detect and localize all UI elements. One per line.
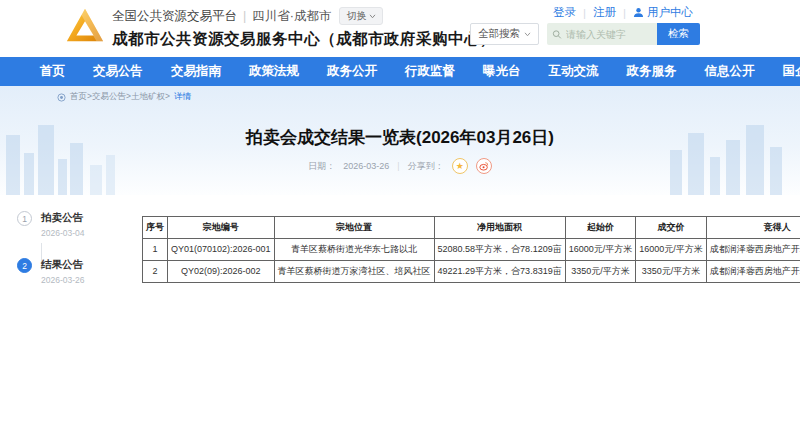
cell-index: 1 (143, 239, 168, 261)
nav-item-gov-open[interactable]: 政务公开 (313, 57, 391, 86)
breadcrumb: 首页>交易公告>土地矿权> 详情 (57, 91, 191, 103)
timeline-step-result-notice[interactable]: 2 结果公告 2026-03-26 (17, 258, 127, 285)
search-icon (552, 29, 562, 40)
table-row: 1 QY01(070102):2026-001 青羊区蔡桥街道光华东七路以北 5… (143, 239, 800, 261)
timeline-step-number[interactable]: 1 (17, 211, 32, 226)
timeline-step-date: 2026-03-26 (41, 275, 127, 285)
nav-item-info-open[interactable]: 信息公开 (691, 57, 769, 86)
user-center-link[interactable]: 用户中心 (633, 5, 693, 20)
search-input-wrap (547, 23, 657, 45)
search-input[interactable] (566, 29, 652, 40)
cell-parcel-number: QY02(09):2026-002 (168, 261, 275, 283)
col-header-net-area: 净用地面积 (434, 217, 565, 239)
timeline-step-label[interactable]: 拍卖公告 (41, 211, 127, 225)
article-meta: 日期： 2026-03-26 | 分享到： ★ (0, 158, 800, 174)
region-switch-button[interactable]: 切换 (339, 7, 383, 25)
search-scope-label: 全部搜索 (478, 27, 520, 41)
account-links: 登录 | 注册 | 用户中心 (553, 5, 693, 20)
page-title: 拍卖会成交结果一览表(2026年03月26日) (0, 126, 800, 149)
nav-item-soe-recruit[interactable]: 国企招聘 (769, 57, 800, 86)
account-divider: | (623, 7, 626, 19)
location-icon (57, 93, 66, 102)
register-link[interactable]: 注册 (593, 5, 616, 20)
nav-item-gov-service[interactable]: 政务服务 (613, 57, 691, 86)
cell-winner: 成都润泽蓉西房地产开发有限公司 (706, 261, 800, 283)
platform-title: 全国公共资源交易平台 (112, 8, 237, 25)
cell-net-area: 49221.29平方米，合73.8319亩 (434, 261, 565, 283)
cell-index: 2 (143, 261, 168, 283)
search-scope-select[interactable]: 全部搜索 (470, 23, 539, 45)
col-header-parcel-location: 宗地位置 (274, 217, 434, 239)
timeline-step-date: 2026-03-04 (41, 228, 127, 238)
main-nav: 首页 交易公告 交易指南 政策法规 政务公开 行政监督 曝光台 互动交流 政务服… (0, 57, 800, 86)
weibo-glyph-icon (479, 161, 489, 171)
cell-deal-price: 16000元/平方米 (636, 239, 707, 261)
col-header-parcel-number: 宗地编号 (168, 217, 275, 239)
table-row: 2 QY02(09):2026-002 青羊区蔡桥街道万家湾社区、培风社区 49… (143, 261, 800, 283)
chevron-down-icon (524, 32, 531, 37)
user-center-label: 用户中心 (647, 5, 693, 20)
main-content: 1 拍卖公告 2026-03-04 2 结果公告 2026-03-26 序号 宗… (0, 195, 800, 438)
brand-divider: | (243, 9, 246, 23)
cell-parcel-location: 青羊区蔡桥街道万家湾社区、培风社区 (274, 261, 434, 283)
header: 全国公共资源交易平台 | 四川省·成都市 切换 成都市公共资源交易服务中心（成都… (0, 0, 800, 57)
meta-divider: | (397, 161, 399, 171)
nav-item-interaction[interactable]: 互动交流 (535, 57, 613, 86)
share-weibo-icon[interactable] (476, 158, 492, 174)
col-header-deal-price: 成交价 (636, 217, 707, 239)
banner: 首页>交易公告>土地矿权> 详情 拍卖会成交结果一览表(2026年03月26日)… (0, 86, 800, 195)
region-label: 四川省·成都市 (252, 8, 331, 25)
page: 全国公共资源交易平台 | 四川省·成都市 切换 成都市公共资源交易服务中心（成都… (0, 0, 800, 438)
login-link[interactable]: 登录 (553, 5, 576, 20)
site-logo-icon (64, 6, 106, 48)
cell-start-price: 3350元/平方米 (565, 261, 636, 283)
nav-item-trade-guide[interactable]: 交易指南 (157, 57, 235, 86)
cell-deal-price: 3350元/平方米 (636, 261, 707, 283)
nav-item-admin-supervision[interactable]: 行政监督 (391, 57, 469, 86)
share-qzone-icon[interactable]: ★ (452, 158, 468, 174)
search-bar: 全部搜索 检索 (470, 23, 700, 45)
chevron-down-icon (369, 14, 376, 19)
breadcrumb-path[interactable]: 首页>交易公告>土地矿权> (70, 91, 170, 103)
timeline: 1 拍卖公告 2026-03-04 2 结果公告 2026-03-26 (17, 211, 127, 285)
col-header-index: 序号 (143, 217, 168, 239)
nav-item-trade-notice[interactable]: 交易公告 (79, 57, 157, 86)
cell-parcel-number: QY01(070102):2026-001 (168, 239, 275, 261)
timeline-step-auction-notice[interactable]: 1 拍卖公告 2026-03-04 (17, 211, 127, 238)
nav-item-home[interactable]: 首页 (26, 57, 79, 86)
cell-winner: 成都润泽蓉西房地产开发有限公司 (706, 239, 800, 261)
user-icon (633, 7, 644, 18)
col-header-winner: 竞得人 (706, 217, 800, 239)
search-button[interactable]: 检索 (657, 23, 700, 45)
results-table: 序号 宗地编号 宗地位置 净用地面积 起始价 成交价 竞得人 1 QY01(07… (142, 216, 800, 283)
breadcrumb-current: 详情 (174, 91, 191, 103)
timeline-step-label[interactable]: 结果公告 (41, 258, 127, 272)
share-label: 分享到： (408, 160, 444, 173)
site-title: 成都市公共资源交易服务中心（成都市政府采购中心） (112, 29, 496, 50)
account-divider: | (583, 7, 586, 19)
region-switch-label: 切换 (346, 9, 366, 23)
nav-item-exposure[interactable]: 曝光台 (469, 57, 535, 86)
cell-start-price: 16000元/平方米 (565, 239, 636, 261)
col-header-start-price: 起始价 (565, 217, 636, 239)
brand-block: 全国公共资源交易平台 | 四川省·成都市 切换 成都市公共资源交易服务中心（成都… (112, 7, 496, 50)
article-date: 2026-03-26 (343, 161, 389, 171)
cell-parcel-location: 青羊区蔡桥街道光华东七路以北 (274, 239, 434, 261)
date-label: 日期： (308, 160, 335, 173)
timeline-step-number[interactable]: 2 (17, 258, 32, 273)
nav-item-policy[interactable]: 政策法规 (235, 57, 313, 86)
cell-net-area: 52080.58平方米，合78.1209亩 (434, 239, 565, 261)
table-header-row: 序号 宗地编号 宗地位置 净用地面积 起始价 成交价 竞得人 (143, 217, 800, 239)
